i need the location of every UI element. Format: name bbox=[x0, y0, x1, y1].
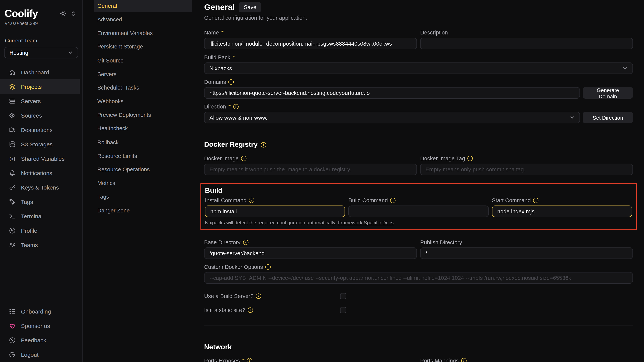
sidebar-item-logout[interactable]: Logout bbox=[0, 347, 80, 362]
subnav-item-webhooks[interactable]: Webhooks bbox=[94, 95, 192, 107]
subnav-item-resource-operations[interactable]: Resource Operations bbox=[94, 164, 192, 176]
docker-image-tag-input[interactable] bbox=[420, 164, 633, 175]
sidebar-item-profile[interactable]: Profile bbox=[0, 223, 80, 238]
up-down-chevrons-icon[interactable] bbox=[70, 10, 76, 17]
sidebar-item-teams[interactable]: Teams bbox=[0, 238, 80, 252]
svg-text:(x): (x) bbox=[10, 156, 15, 161]
domains-input[interactable] bbox=[204, 87, 580, 99]
sidebar-item-servers[interactable]: Servers bbox=[0, 94, 80, 108]
chevron-down-icon bbox=[67, 50, 74, 56]
save-button[interactable]: Save bbox=[239, 2, 261, 12]
direction-select[interactable]: Allow www & non-www. bbox=[204, 112, 580, 123]
tags-icon bbox=[9, 198, 16, 205]
theme-sun-icon[interactable] bbox=[60, 10, 66, 17]
subnav-item-metrics[interactable]: Metrics bbox=[94, 177, 192, 189]
chevron-down-icon bbox=[622, 65, 628, 72]
domains-label: Domains bbox=[204, 79, 633, 85]
build-heading: Build bbox=[205, 187, 632, 195]
ports-exposes-label: Ports Exposes* bbox=[204, 357, 417, 362]
home-icon bbox=[9, 69, 16, 76]
bell-icon bbox=[9, 169, 16, 176]
info-icon[interactable] bbox=[390, 197, 396, 203]
subnav-item-general[interactable]: General bbox=[94, 0, 192, 12]
users-icon bbox=[9, 241, 16, 248]
description-input[interactable] bbox=[420, 38, 633, 50]
build-caption: Nixpacks will detect the required config… bbox=[205, 220, 632, 225]
static-site-checkbox[interactable] bbox=[340, 307, 346, 313]
subnav-item-resource-limits[interactable]: Resource Limits bbox=[94, 150, 192, 162]
subnav-item-rollback[interactable]: Rollback bbox=[94, 136, 192, 148]
direction-label: Direction* bbox=[204, 103, 633, 110]
build-pack-select[interactable]: Nixpacks bbox=[204, 63, 633, 74]
info-icon[interactable] bbox=[233, 104, 238, 109]
subnav-item-tags[interactable]: Tags bbox=[94, 191, 192, 203]
info-icon[interactable] bbox=[247, 358, 252, 362]
generate-domain-button[interactable]: Generate Domain bbox=[583, 87, 633, 99]
info-icon[interactable] bbox=[249, 197, 254, 203]
info-icon[interactable] bbox=[261, 142, 266, 147]
terminal-icon bbox=[9, 213, 16, 219]
info-icon[interactable] bbox=[248, 307, 253, 312]
database-icon bbox=[9, 141, 16, 148]
current-team-label: Current Team bbox=[0, 26, 82, 44]
sidebar-item-notifications[interactable]: Notifications bbox=[0, 166, 80, 180]
set-direction-button[interactable]: Set Direction bbox=[583, 112, 633, 123]
custom-docker-options-input[interactable] bbox=[204, 272, 633, 284]
description-label: Description bbox=[420, 29, 633, 36]
start-command-input[interactable] bbox=[492, 205, 632, 217]
subnav-item-healthcheck[interactable]: Healthcheck bbox=[94, 123, 192, 134]
info-icon[interactable] bbox=[243, 239, 248, 245]
subnav-item-environment-variables[interactable]: Environment Variables bbox=[94, 27, 192, 39]
sidebar-item-sponsor-us[interactable]: Sponsor us bbox=[0, 319, 80, 333]
subnav-item-danger-zone[interactable]: Danger Zone bbox=[94, 205, 192, 216]
install-command-input[interactable] bbox=[205, 205, 345, 217]
sidebar-item-onboarding[interactable]: Onboarding bbox=[0, 304, 80, 319]
name-label: Name* bbox=[204, 29, 417, 36]
info-icon[interactable] bbox=[266, 264, 271, 269]
subnav-item-git-source[interactable]: Git Source bbox=[94, 55, 192, 66]
build-section-highlight: Build Install Command Build Command Star… bbox=[200, 183, 637, 230]
sidebar-item-s3-storages[interactable]: S3 Storages bbox=[0, 137, 80, 151]
info-icon[interactable] bbox=[228, 79, 234, 85]
publish-directory-label: Publish Directory bbox=[420, 239, 633, 245]
sidebar-item-keys-tokens[interactable]: Keys & Tokens bbox=[0, 180, 80, 194]
name-input[interactable] bbox=[204, 38, 417, 50]
build-command-input[interactable] bbox=[348, 205, 489, 217]
subnav-item-persistent-storage[interactable]: Persistent Storage bbox=[94, 41, 192, 53]
info-icon[interactable] bbox=[256, 293, 261, 298]
map-icon bbox=[9, 127, 16, 133]
docker-image-input[interactable] bbox=[204, 164, 417, 175]
info-icon[interactable] bbox=[241, 156, 246, 161]
sidebar-item-feedback[interactable]: Feedback bbox=[0, 333, 80, 347]
docker-image-label: Docker Image bbox=[204, 155, 417, 162]
base-directory-input[interactable] bbox=[204, 247, 417, 259]
build-pack-label: Build Pack* bbox=[204, 54, 633, 60]
subnav-item-preview-deployments[interactable]: Preview Deployments bbox=[94, 109, 192, 121]
ports-mappings-label: Ports Mappings bbox=[420, 357, 633, 362]
chevron-down-icon bbox=[569, 114, 576, 121]
sidebar-item-projects[interactable]: Projects bbox=[0, 79, 80, 94]
team-select[interactable]: Hosting bbox=[4, 47, 78, 58]
heart-icon bbox=[9, 323, 16, 329]
app-logo: Coolify bbox=[4, 8, 38, 19]
sidebar-item-tags[interactable]: Tags bbox=[0, 194, 80, 209]
user-circle-icon bbox=[9, 227, 16, 234]
install-command-label: Install Command bbox=[205, 197, 345, 204]
sidebar-item-dashboard[interactable]: Dashboard bbox=[0, 65, 80, 79]
framework-docs-link[interactable]: Framework Specific Docs bbox=[338, 220, 394, 225]
sidebar-item-terminal[interactable]: Terminal bbox=[0, 209, 80, 223]
info-icon[interactable] bbox=[533, 197, 538, 203]
subnav-item-servers[interactable]: Servers bbox=[94, 68, 192, 80]
checklist-icon bbox=[9, 308, 16, 315]
publish-directory-input[interactable] bbox=[420, 247, 633, 259]
subnav-item-scheduled-tasks[interactable]: Scheduled Tasks bbox=[94, 82, 192, 94]
sidebar-item-shared-variables[interactable]: (x) Shared Variables bbox=[0, 151, 80, 166]
sidebar-item-destinations[interactable]: Destinations bbox=[0, 123, 80, 137]
use-build-server-checkbox[interactable] bbox=[340, 293, 346, 299]
sidebar-footer-nav: Onboarding Sponsor us Feedback Logout bbox=[0, 304, 80, 362]
sidebar-item-sources[interactable]: Sources bbox=[0, 108, 80, 123]
network-heading: Network bbox=[204, 343, 633, 351]
subnav-item-advanced[interactable]: Advanced bbox=[94, 14, 192, 25]
info-icon[interactable] bbox=[461, 358, 466, 362]
info-icon[interactable] bbox=[468, 156, 473, 161]
